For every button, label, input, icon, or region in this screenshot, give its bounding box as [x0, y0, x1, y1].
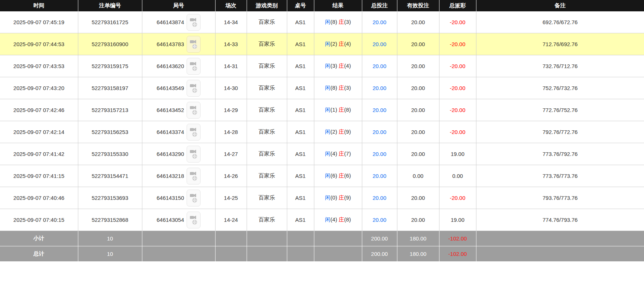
result-player-label: 闲	[325, 150, 330, 157]
summary-empty-cell	[247, 231, 287, 246]
result-banker-label: 庄	[339, 85, 344, 91]
valid-bet-cell: 20.00	[397, 77, 439, 99]
video-replay-button[interactable]	[187, 190, 201, 206]
result-player-score: (2)	[330, 41, 339, 47]
payout-value: 0.00	[452, 173, 463, 179]
result-cell: 闲(4) 庄(8)	[314, 209, 362, 231]
table-row[interactable]: 2025-09-07 07:42:14522793156253646143374…	[0, 121, 644, 143]
remark-value: 773.76/773.76	[543, 173, 578, 179]
total-bet-value: 20.00	[372, 173, 386, 179]
game-type-cell: 百家乐	[247, 209, 287, 231]
summary-label-cell: 小计	[0, 231, 78, 246]
round-number-value: 646143374	[157, 129, 184, 135]
round-number-group: 646143783	[144, 36, 214, 53]
total-bet-value: 20.00	[372, 217, 386, 223]
bet-number-value: 522793161725	[91, 19, 128, 25]
game-type-value: 百家乐	[259, 107, 275, 113]
video-replay-button[interactable]	[187, 168, 201, 184]
result-banker-score: (8)	[344, 107, 351, 113]
result-player-label: 闲	[325, 128, 330, 135]
video-replay-button[interactable]	[187, 36, 201, 53]
result-banker-label: 庄	[339, 41, 344, 47]
valid-bet-value: 0.00	[413, 173, 423, 179]
payout-cell: -20.00	[439, 121, 476, 143]
session-cell: 14-28	[215, 121, 247, 143]
total-bet-cell: 20.00	[362, 77, 397, 99]
time-value: 2025-09-07 07:40:46	[14, 195, 64, 201]
time-cell: 2025-09-07 07:42:46	[0, 99, 78, 121]
payout-value: -20.00	[450, 85, 465, 91]
round-number-value: 646143549	[157, 85, 184, 91]
table-row[interactable]: 2025-09-07 07:44:53522793160900646143783…	[0, 33, 644, 55]
table-row[interactable]: 2025-09-07 07:40:46522793153693646143150…	[0, 187, 644, 209]
game-type-cell: 百家乐	[247, 99, 287, 121]
time-value: 2025-09-07 07:40:15	[14, 217, 64, 223]
round-number-value: 646143452	[157, 107, 184, 113]
video-replay-button[interactable]	[187, 14, 201, 31]
summary-payout-cell: -102.00	[439, 231, 476, 246]
valid-bet-cell: 20.00	[397, 11, 439, 33]
remark-value: 772.76/752.76	[543, 107, 578, 113]
valid-bet-value: 20.00	[411, 107, 425, 113]
payout-value: -20.00	[450, 129, 465, 135]
total-bet-cell: 20.00	[362, 11, 397, 33]
col-header-total-bet: 总投注	[362, 0, 397, 11]
remark-value: 692.76/672.76	[543, 19, 578, 25]
video-replay-button[interactable]	[187, 124, 201, 141]
col-header-bet-number: 注单编号	[78, 0, 142, 11]
session-value: 14-25	[224, 195, 238, 201]
game-type-value: 百家乐	[259, 194, 275, 201]
bet-number-value: 522793156253	[91, 129, 128, 135]
table-row[interactable]: 2025-09-07 07:43:53522793159175646143620…	[0, 55, 644, 77]
bet-history-table: 时间注单编号局号场次游戏类别桌号结果总投注有效投注总派彩备注 2025-09-0…	[0, 0, 644, 261]
bet-number-cell: 522793154471	[78, 165, 142, 187]
valid-bet-value: 20.00	[411, 63, 425, 69]
round-number-cell: 646143290	[142, 143, 215, 165]
round-number-value: 646143783	[157, 41, 184, 47]
result-banker-score: (4)	[344, 63, 351, 69]
summary-empty-cell	[247, 246, 287, 262]
session-value: 14-31	[224, 63, 238, 69]
payout-cell: -20.00	[439, 11, 476, 33]
valid-bet-value: 20.00	[411, 41, 425, 47]
result-player-score: (2)	[330, 128, 339, 135]
col-header-payout: 总派彩	[439, 0, 476, 11]
video-replay-button[interactable]	[187, 80, 201, 97]
round-number-value: 646143150	[157, 195, 184, 201]
time-value: 2025-09-07 07:42:46	[14, 107, 64, 113]
valid-bet-value: 20.00	[411, 19, 425, 25]
payout-value: -20.00	[450, 107, 465, 113]
summary-remark-cell	[476, 231, 644, 246]
bet-number-cell: 522793157213	[78, 99, 142, 121]
round-number-cell: 646143150	[142, 187, 215, 209]
table-row[interactable]: 2025-09-07 07:43:20522793158197646143549…	[0, 77, 644, 99]
payout-value: 19.00	[451, 217, 465, 223]
round-number-cell: 646143452	[142, 99, 215, 121]
summary-empty-cell	[287, 231, 314, 246]
payout-value: -20.00	[450, 63, 465, 69]
table-row[interactable]: 2025-09-07 07:42:46522793157213646143452…	[0, 99, 644, 121]
video-replay-icon	[189, 60, 198, 72]
video-replay-button[interactable]	[187, 102, 201, 119]
video-replay-button[interactable]	[187, 58, 201, 75]
result-player-score: (1)	[330, 107, 339, 113]
game-type-cell: 百家乐	[247, 33, 287, 55]
table-number-value: AS1	[295, 151, 306, 157]
table-row[interactable]: 2025-09-07 07:45:19522793161725646143874…	[0, 11, 644, 33]
summary-empty-cell	[287, 246, 314, 262]
col-header-session: 场次	[215, 0, 247, 11]
valid-bet-value: 20.00	[411, 195, 425, 201]
result-banker-label: 庄	[339, 172, 344, 179]
round-number-group: 646143054	[144, 212, 214, 228]
result-cell: 闲(2) 庄(9)	[314, 121, 362, 143]
table-footer: 小计10200.00180.00-102.00总计10200.00180.00-…	[0, 231, 644, 262]
table-row[interactable]: 2025-09-07 07:41:15522793154471646143218…	[0, 165, 644, 187]
bet-number-value: 522793155330	[91, 151, 128, 157]
payout-cell: -20.00	[439, 187, 476, 209]
table-row[interactable]: 2025-09-07 07:40:15522793152868646143054…	[0, 209, 644, 231]
time-cell: 2025-09-07 07:40:15	[0, 209, 78, 231]
table-row[interactable]: 2025-09-07 07:41:42522793155330646143290…	[0, 143, 644, 165]
round-number-value: 646143620	[157, 63, 184, 69]
video-replay-button[interactable]	[187, 146, 201, 163]
video-replay-button[interactable]	[187, 212, 201, 228]
